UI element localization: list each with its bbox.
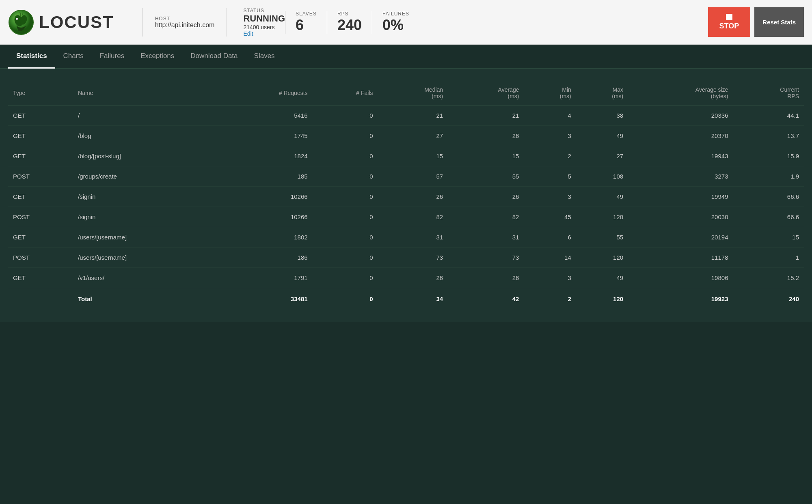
table-cell: 5 bbox=[524, 166, 576, 187]
col-header-current-rps: CurrentRPS bbox=[733, 81, 804, 106]
col-header-type: Type bbox=[8, 81, 73, 106]
logo-icon bbox=[8, 9, 34, 35]
table-cell: 20336 bbox=[628, 106, 733, 126]
table-cell: 10266 bbox=[218, 207, 313, 227]
table-cell: 4 bbox=[524, 106, 576, 126]
table-cell: 31 bbox=[378, 227, 448, 248]
edit-link[interactable]: Edit bbox=[243, 30, 285, 37]
table-cell: 26 bbox=[448, 187, 524, 207]
table-cell: 120 bbox=[576, 248, 628, 268]
col-header-max--ms-: Max(ms) bbox=[576, 81, 628, 106]
slaves-block: SLAVES 6 bbox=[285, 11, 327, 34]
table-cell: 26 bbox=[448, 268, 524, 288]
nav-tab-statistics[interactable]: Statistics bbox=[8, 45, 55, 69]
table-cell: /users/[username] bbox=[73, 248, 218, 268]
table-cell: 3 bbox=[524, 268, 576, 288]
table-cell: /v1/users/ bbox=[73, 268, 218, 288]
table-cell: 82 bbox=[448, 207, 524, 227]
table-cell: 1824 bbox=[218, 146, 313, 166]
main-content: TypeName# Requests# FailsMedian(ms)Avera… bbox=[0, 69, 812, 322]
table-cell: 73 bbox=[378, 248, 448, 268]
table-cell: 19949 bbox=[628, 187, 733, 207]
table-cell: 49 bbox=[576, 268, 628, 288]
table-cell: 120 bbox=[576, 207, 628, 227]
table-cell: 26 bbox=[378, 268, 448, 288]
table-cell: 27 bbox=[576, 146, 628, 166]
table-cell: 19806 bbox=[628, 268, 733, 288]
table-cell: POST bbox=[8, 248, 73, 268]
table-cell: GET bbox=[8, 106, 73, 126]
table-cell: 1745 bbox=[218, 126, 313, 146]
table-cell: 82 bbox=[378, 207, 448, 227]
table-cell: 15 bbox=[733, 227, 804, 248]
status-label: STATUS bbox=[243, 8, 285, 13]
failures-block: FAILURES 0% bbox=[372, 11, 419, 34]
table-cell: 73 bbox=[448, 248, 524, 268]
table-cell: 15 bbox=[448, 146, 524, 166]
footer-cell: 2 bbox=[524, 288, 576, 310]
table-cell: 55 bbox=[448, 166, 524, 187]
table-cell: 55 bbox=[576, 227, 628, 248]
failures-value: 0% bbox=[382, 17, 404, 34]
col-header---fails: # Fails bbox=[313, 81, 378, 106]
rps-value: 240 bbox=[337, 17, 362, 34]
table-cell: 0 bbox=[313, 126, 378, 146]
footer-cell: 42 bbox=[448, 288, 524, 310]
table-cell: /signin bbox=[73, 187, 218, 207]
table-cell: /users/[username] bbox=[73, 227, 218, 248]
nav-tab-exceptions[interactable]: Exceptions bbox=[132, 45, 182, 69]
table-cell: /signin bbox=[73, 207, 218, 227]
table-row: GET/blog/[post-slug]1824015152271994315.… bbox=[8, 146, 804, 166]
nav-tab-charts[interactable]: Charts bbox=[55, 45, 92, 69]
table-cell: 0 bbox=[313, 248, 378, 268]
col-header-average-size--bytes-: Average size(bytes) bbox=[628, 81, 733, 106]
status-users: 21400 users bbox=[243, 24, 285, 30]
table-cell: GET bbox=[8, 126, 73, 146]
nav-tabs: StatisticsChartsFailuresExceptionsDownlo… bbox=[0, 45, 812, 69]
footer-cell bbox=[8, 288, 73, 310]
col-header---requests: # Requests bbox=[218, 81, 313, 106]
table-cell: 38 bbox=[576, 106, 628, 126]
footer-cell: Total bbox=[73, 288, 218, 310]
table-cell: 1791 bbox=[218, 268, 313, 288]
table-cell: 1802 bbox=[218, 227, 313, 248]
table-cell: 0 bbox=[313, 146, 378, 166]
reset-stats-button[interactable]: Reset Stats bbox=[754, 7, 804, 37]
table-cell: /groups/create bbox=[73, 166, 218, 187]
header-divider-2 bbox=[227, 8, 227, 37]
table-cell: 15 bbox=[378, 146, 448, 166]
table-cell: /blog bbox=[73, 126, 218, 146]
table-cell: 3273 bbox=[628, 166, 733, 187]
rps-label: RPS bbox=[337, 11, 349, 17]
table-cell: 0 bbox=[313, 268, 378, 288]
table-cell: 49 bbox=[576, 187, 628, 207]
table-cell: GET bbox=[8, 146, 73, 166]
table-cell: 2 bbox=[524, 146, 576, 166]
table-cell: 20030 bbox=[628, 207, 733, 227]
col-header-median--ms-: Median(ms) bbox=[378, 81, 448, 106]
table-cell: 19943 bbox=[628, 146, 733, 166]
header-divider-1 bbox=[143, 8, 143, 37]
table-cell: 15.2 bbox=[733, 268, 804, 288]
table-cell: 5416 bbox=[218, 106, 313, 126]
header-actions: STOP Reset Stats bbox=[708, 7, 804, 37]
statistics-table: TypeName# Requests# FailsMedian(ms)Avera… bbox=[8, 81, 804, 310]
table-footer: Total3348103442212019923240 bbox=[8, 288, 804, 310]
footer-cell: 240 bbox=[733, 288, 804, 310]
col-header-name: Name bbox=[73, 81, 218, 106]
nav-tab-download-data[interactable]: Download Data bbox=[182, 45, 246, 69]
table-cell: 31 bbox=[448, 227, 524, 248]
nav-tab-slaves[interactable]: Slaves bbox=[246, 45, 283, 69]
stop-button[interactable]: STOP bbox=[708, 7, 751, 37]
table-cell: 0 bbox=[313, 106, 378, 126]
table-cell: 26 bbox=[448, 126, 524, 146]
logo-area: LOCUST bbox=[8, 9, 114, 35]
table-row: GET/signin10266026263491994966.6 bbox=[8, 187, 804, 207]
table-cell: 27 bbox=[378, 126, 448, 146]
table-cell: GET bbox=[8, 227, 73, 248]
nav-tab-failures[interactable]: Failures bbox=[92, 45, 132, 69]
table-cell: 57 bbox=[378, 166, 448, 187]
table-cell: / bbox=[73, 106, 218, 126]
footer-cell: 33481 bbox=[218, 288, 313, 310]
table-cell: 66.6 bbox=[733, 187, 804, 207]
